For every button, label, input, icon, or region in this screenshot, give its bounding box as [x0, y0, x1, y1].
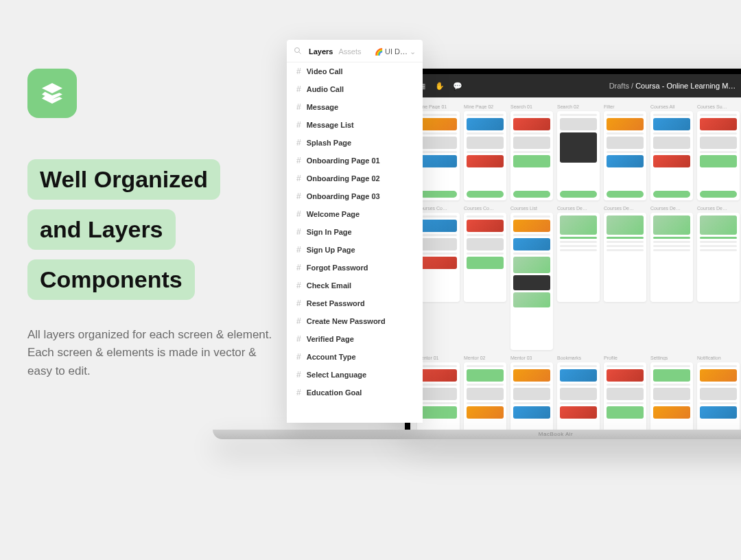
artboard[interactable]: Courses List [510, 206, 553, 350]
layer-item[interactable]: #Account Type [287, 348, 423, 366]
artboard[interactable]: Courses Co… [417, 206, 460, 350]
layer-item[interactable]: #Video Call [287, 62, 423, 80]
artboard[interactable]: Courses De… [650, 206, 693, 350]
frame-icon: # [296, 299, 301, 308]
layer-item[interactable]: #Message [287, 98, 423, 116]
artboard-thumbnail [510, 213, 553, 350]
frame-icon: # [296, 191, 301, 201]
frame-icon: # [296, 120, 301, 130]
artboard[interactable]: Search 01 [510, 104, 553, 200]
frame-icon: # [296, 316, 301, 326]
artboard[interactable]: Mentor 02 [464, 355, 506, 432]
layer-item[interactable]: #Message List [287, 116, 423, 134]
artboard-label: Search 01 [510, 104, 553, 109]
tab-layers[interactable]: Layers [309, 47, 333, 56]
layer-item[interactable]: #Reset Password [287, 294, 423, 312]
frame-icon: # [296, 156, 301, 165]
artboard-thumbnail [417, 213, 460, 302]
svg-point-0 [295, 48, 300, 53]
artboard-thumbnail [697, 213, 740, 302]
artboard[interactable]: Search 02 [557, 104, 600, 200]
artboard-label: Courses List [510, 206, 553, 211]
breadcrumb[interactable]: Drafts / Coursa - Online Learning M… ⌄ [471, 82, 741, 91]
artboard-label: Mentor 01 [417, 355, 460, 360]
frame-icon: # [296, 138, 301, 148]
layer-item[interactable]: #Sign Up Page [287, 241, 423, 259]
frame-icon: # [296, 102, 301, 112]
frame-icon: # [296, 209, 301, 219]
layer-label: Message [307, 103, 338, 111]
frame-icon: # [296, 281, 301, 290]
artboard-thumbnail [510, 362, 553, 432]
layer-item[interactable]: #Sign In Page [287, 223, 423, 241]
layer-item[interactable]: #Onboarding Page 02 [287, 170, 423, 187]
artboard[interactable]: Courses De… [604, 206, 646, 350]
artboard-thumbnail [417, 111, 460, 200]
comment-tool-icon[interactable]: 💬 [453, 81, 462, 91]
layer-label: Sign Up Page [307, 246, 355, 254]
chevron-down-icon: ⌄ [410, 47, 416, 56]
layer-item[interactable]: #Create New Password [287, 312, 423, 330]
artboard[interactable]: Settings [650, 355, 693, 432]
layer-item[interactable]: #Welcome Page [287, 205, 423, 223]
artboard-label: Mentor 03 [510, 355, 553, 360]
frame-icon: # [296, 245, 301, 255]
artboard[interactable]: Courses De… [557, 206, 600, 350]
figma-canvas[interactable]: Mine Page 01Mine Page 02Search 01Search … [410, 97, 741, 432]
tab-assets[interactable]: Assets [338, 47, 361, 56]
layer-item[interactable]: #Select Language [287, 366, 423, 384]
layer-item[interactable]: #Onboarding Page 01 [287, 152, 423, 170]
artboard-thumbnail [557, 213, 600, 302]
artboard-label: Bookmarks [557, 355, 600, 360]
headline-2: and Layers [27, 209, 176, 250]
layer-item[interactable]: #Education Goal [287, 384, 423, 401]
artboard-thumbnail [510, 111, 553, 200]
artboard[interactable]: Mine Page 02 [464, 104, 506, 200]
breadcrumb-drafts: Drafts [609, 82, 629, 90]
layer-item[interactable]: #Audio Call [287, 80, 423, 98]
artboard[interactable]: Courses All [650, 104, 693, 200]
layer-label: Sign In Page [307, 228, 352, 236]
artboard-label: Mine Page 02 [464, 104, 506, 109]
artboard[interactable]: Filter [604, 104, 646, 200]
artboard-label: Settings [650, 355, 693, 360]
layer-item[interactable]: #Verified Page [287, 330, 423, 348]
layer-label: Create New Password [307, 317, 386, 325]
laptop-brand: MacBook Air [539, 431, 573, 437]
artboard-thumbnail [604, 213, 646, 302]
artboard-thumbnail [464, 362, 506, 432]
layer-item[interactable]: #Splash Page [287, 134, 423, 152]
laptop-mockup: ▦ ✋ 💬 Drafts / Coursa - Online Learning … [405, 69, 741, 439]
artboard-label: Courses De… [604, 206, 646, 211]
artboard[interactable]: Mentor 01 [417, 355, 460, 432]
frame-icon: # [296, 84, 301, 94]
artboard-label: Courses Co… [464, 206, 506, 211]
layer-item[interactable]: #Check Email [287, 277, 423, 294]
artboard-label: Courses All [650, 104, 693, 109]
frame-icon: # [296, 370, 301, 380]
artboard[interactable]: Notification [697, 355, 740, 432]
artboard[interactable]: Courses Su… [697, 104, 740, 200]
artboard-label: Courses De… [557, 206, 600, 211]
marketing-column: Well Organized and Layers Components All… [27, 69, 274, 380]
artboard-thumbnail [697, 111, 740, 200]
artboard[interactable]: Bookmarks [557, 355, 600, 432]
search-icon[interactable] [294, 47, 302, 56]
layer-label: Audio Call [307, 85, 344, 93]
layer-label: Select Language [307, 371, 366, 379]
frame-icon: # [296, 227, 301, 237]
layer-item[interactable]: #Forgot Password [287, 259, 423, 277]
hand-tool-icon[interactable]: ✋ [435, 81, 445, 91]
artboard[interactable]: Mine Page 01 [417, 104, 460, 200]
layer-item[interactable]: #Onboarding Page 03 [287, 187, 423, 205]
artboard[interactable]: Mentor 03 [510, 355, 553, 432]
file-dropdown[interactable]: 🌈 UI D… ⌄ [375, 47, 416, 56]
frame-icon: # [296, 352, 301, 362]
artboard[interactable]: Profile [604, 355, 646, 432]
artboard[interactable]: Courses Co… [464, 206, 506, 350]
artboard-label: Search 02 [557, 104, 600, 109]
artboard-thumbnail [557, 111, 600, 200]
layers-panel-header: Layers Assets 🌈 UI D… ⌄ [287, 40, 423, 62]
artboard[interactable]: Courses De… [697, 206, 740, 350]
artboard-thumbnail [697, 362, 740, 432]
